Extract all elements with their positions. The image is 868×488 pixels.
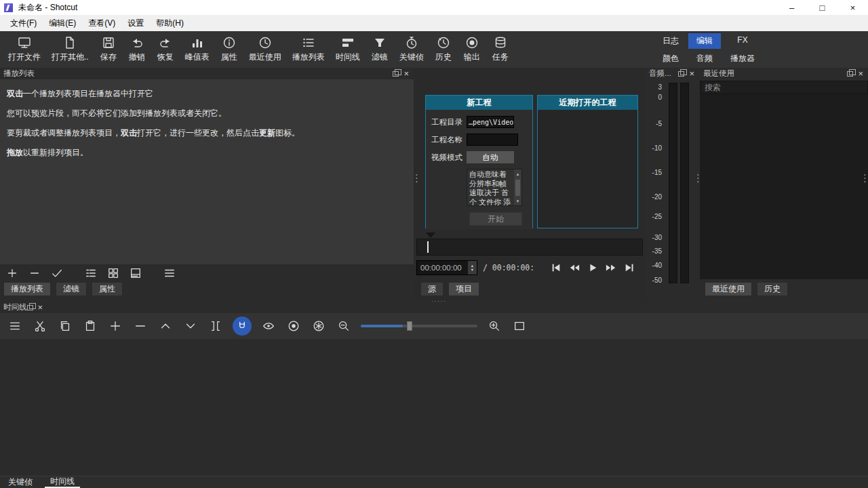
close-panel-icon[interactable]: × bbox=[403, 69, 409, 78]
view-tiles-icon[interactable] bbox=[105, 266, 121, 281]
menu-help[interactable]: 帮助(H) bbox=[150, 16, 190, 31]
splitter-handle[interactable]: ⋮ bbox=[693, 175, 698, 182]
close-panel-icon[interactable]: × bbox=[858, 69, 863, 78]
fast-forward-button[interactable] bbox=[604, 262, 618, 274]
zoom-in-button[interactable] bbox=[486, 318, 502, 334]
export-button[interactable]: 输出 bbox=[458, 31, 486, 68]
tab-source[interactable]: 源 bbox=[420, 282, 443, 296]
playlist-button[interactable]: 播放列表 bbox=[287, 31, 330, 68]
menu-settings[interactable]: 设置 bbox=[121, 16, 150, 31]
close-panel-icon[interactable]: × bbox=[689, 69, 694, 78]
rewind-button[interactable] bbox=[568, 262, 581, 274]
recent-files-list[interactable] bbox=[700, 94, 868, 279]
timeline-tracks-area[interactable] bbox=[0, 339, 868, 476]
keyframes-button[interactable]: 关键侦 bbox=[394, 31, 429, 68]
cut-button[interactable] bbox=[32, 318, 48, 334]
maximize-button[interactable]: □ bbox=[807, 0, 837, 15]
menu-edit[interactable]: 编辑(E) bbox=[43, 16, 82, 31]
layout-player-button[interactable]: 播放器 bbox=[722, 51, 763, 66]
layout-fx-button[interactable]: FX bbox=[722, 33, 763, 49]
scrollbar[interactable]: ▴▾ bbox=[514, 169, 521, 205]
tab-playlist[interactable]: 播放列表 bbox=[3, 282, 51, 296]
seek-bar[interactable] bbox=[416, 239, 643, 256]
seek-cursor[interactable] bbox=[427, 241, 429, 253]
video-mode-dropdown[interactable]: 自动 bbox=[467, 151, 514, 163]
lift-button[interactable] bbox=[157, 318, 174, 334]
start-button[interactable]: 开始 bbox=[469, 212, 522, 226]
timeline-button[interactable]: 时间线 bbox=[330, 31, 366, 68]
splitter-handle[interactable]: ⋮ bbox=[860, 175, 865, 182]
playlist-update-button[interactable] bbox=[49, 266, 65, 281]
recent-projects-list[interactable] bbox=[538, 110, 637, 228]
spin-down-icon[interactable]: ▾ bbox=[471, 268, 473, 272]
scrub-while-dragging-button[interactable] bbox=[260, 318, 277, 334]
menu-file[interactable]: 文件(F) bbox=[4, 16, 43, 31]
view-details-icon[interactable] bbox=[83, 266, 99, 281]
play-button[interactable] bbox=[586, 262, 599, 274]
open-other-button[interactable]: 打开其他.. bbox=[46, 31, 94, 68]
minimize-button[interactable]: – bbox=[776, 0, 807, 15]
project-folder-value[interactable]: …peng\Videos bbox=[467, 116, 514, 128]
history-button[interactable]: 历史 bbox=[429, 31, 458, 68]
redo-button[interactable]: 恢复 bbox=[151, 31, 180, 68]
zoom-out-button[interactable] bbox=[336, 318, 352, 334]
append-button[interactable] bbox=[107, 318, 123, 334]
copy-button[interactable] bbox=[57, 318, 73, 334]
skip-start-button[interactable] bbox=[549, 262, 563, 274]
close-button[interactable]: × bbox=[837, 0, 868, 15]
splitter-handle[interactable]: ⋮ bbox=[412, 175, 417, 182]
ripple-toggle-button[interactable] bbox=[285, 318, 302, 334]
playlist-remove-button[interactable] bbox=[26, 266, 43, 281]
peak-meter-button[interactable]: 峰值表 bbox=[180, 31, 215, 68]
layout-color-button[interactable]: 颜色 bbox=[654, 51, 687, 66]
playlist-panel-title: 播放列表 bbox=[3, 68, 35, 79]
split-button[interactable] bbox=[208, 318, 224, 334]
scroll-thumb[interactable] bbox=[515, 180, 520, 196]
layout-audio-button[interactable]: 音频 bbox=[688, 51, 721, 66]
db-scale-label: -20 bbox=[647, 193, 662, 201]
playlist-add-button[interactable] bbox=[4, 266, 20, 281]
tab-filters[interactable]: 滤镜 bbox=[56, 282, 87, 296]
save-button[interactable]: 保存 bbox=[94, 31, 123, 68]
close-panel-icon[interactable]: × bbox=[38, 303, 43, 312]
tab-project[interactable]: 项目 bbox=[448, 282, 479, 296]
float-panel-icon[interactable] bbox=[678, 71, 684, 77]
ripple-delete-button[interactable] bbox=[132, 318, 149, 334]
filters-button[interactable]: 滤镜 bbox=[366, 31, 394, 68]
skip-end-button[interactable] bbox=[623, 262, 636, 274]
project-name-input[interactable] bbox=[467, 134, 518, 146]
properties-button[interactable]: 属性 bbox=[215, 31, 243, 68]
float-panel-icon[interactable] bbox=[847, 71, 853, 77]
db-scale-label: -30 bbox=[647, 234, 662, 241]
undo-button[interactable]: 撤销 bbox=[123, 31, 151, 68]
menu-view[interactable]: 查看(V) bbox=[82, 16, 121, 31]
open-file-button[interactable]: 打开文件 bbox=[3, 31, 46, 68]
playhead-marker[interactable] bbox=[426, 232, 435, 238]
zoom-fit-button[interactable] bbox=[511, 318, 528, 334]
scroll-down-icon[interactable]: ▾ bbox=[517, 197, 519, 206]
ripple-all-tracks-button[interactable] bbox=[311, 318, 327, 334]
tab-properties[interactable]: 属性 bbox=[92, 282, 123, 296]
float-panel-icon[interactable] bbox=[393, 71, 399, 77]
float-panel-icon[interactable] bbox=[27, 305, 33, 310]
timecode-spin-buttons[interactable]: ▴▾ bbox=[468, 261, 477, 274]
tab-history[interactable]: 历史 bbox=[757, 282, 788, 296]
search-input[interactable] bbox=[700, 81, 868, 94]
jobs-button[interactable]: 任务 bbox=[486, 31, 515, 68]
tab-keyframes[interactable]: 关键侦 bbox=[3, 476, 38, 488]
layout-log-button[interactable]: 日志 bbox=[654, 33, 687, 49]
slider-thumb[interactable] bbox=[407, 321, 412, 331]
view-icons-icon[interactable] bbox=[127, 266, 144, 281]
tab-recent[interactable]: 最近使用 bbox=[705, 282, 752, 296]
timecode-spinner[interactable]: 00:00:00:00 ▴▾ bbox=[416, 260, 477, 275]
snap-toggle-button[interactable] bbox=[233, 317, 252, 336]
scroll-up-icon[interactable]: ▴ bbox=[517, 169, 519, 179]
overwrite-button[interactable] bbox=[182, 318, 199, 334]
layout-edit-button[interactable]: 编辑 bbox=[688, 33, 721, 49]
playlist-menu-button[interactable] bbox=[161, 266, 178, 281]
paste-button[interactable] bbox=[82, 318, 98, 334]
recent-button[interactable]: 最近使用 bbox=[243, 31, 287, 68]
timeline-zoom-slider[interactable] bbox=[361, 321, 477, 331]
tab-timeline[interactable]: 时间线 bbox=[45, 476, 80, 488]
timeline-menu-button[interactable] bbox=[7, 318, 23, 334]
